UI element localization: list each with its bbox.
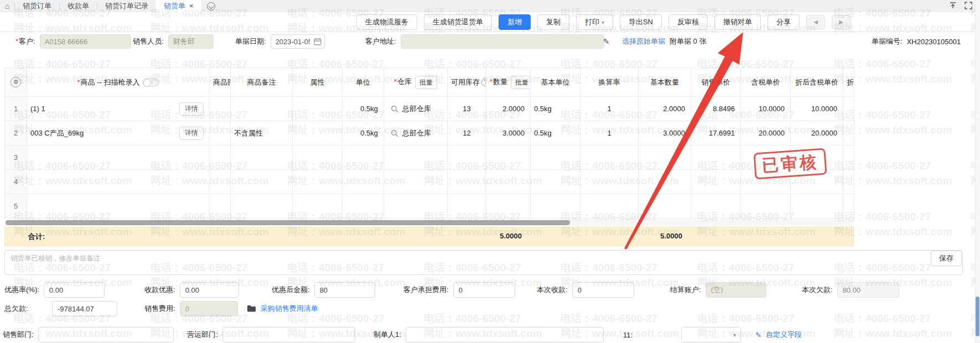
search-icon[interactable]	[391, 105, 398, 113]
customer-label: *客户:	[15, 37, 35, 46]
customer-address-input[interactable]	[401, 34, 604, 49]
doc-no-group: 单据编号: XH20230105001	[872, 32, 961, 51]
doc-remark-textarea[interactable]	[4, 250, 963, 275]
folder-icon[interactable]	[247, 305, 256, 313]
col-product-image: 商品图片	[210, 68, 231, 97]
row-number: 2	[5, 121, 27, 145]
edit-pencil-icon[interactable]: ✎	[603, 37, 610, 46]
salesperson-input[interactable]	[168, 34, 214, 49]
close-tab-icon[interactable]: ×	[189, 0, 194, 12]
share-button[interactable]: 分享	[768, 14, 800, 30]
export-sn-button[interactable]: 导出SN	[620, 14, 662, 30]
doc-maker-input[interactable]	[406, 327, 604, 342]
custom-fields-pencil-icon[interactable]: ✎	[755, 331, 761, 339]
total-debt-label: 总欠款:	[4, 304, 48, 314]
tab-sales-order[interactable]: 销货订单	[15, 0, 59, 12]
doc-header-form: *客户: 销售人员: 单据日期: 客户地址: ✎ 选择原始单据	[0, 32, 980, 51]
base-unit-cell: 0.5kg	[531, 121, 580, 145]
settlement-account-group: 结算账户:	[670, 280, 766, 299]
sales-dept-group: 销售部门:	[3, 325, 174, 343]
col-unit: 单位	[343, 68, 384, 97]
select-original-doc-link[interactable]: 选择原始单据	[622, 37, 665, 46]
calendar-icon[interactable]	[314, 38, 322, 45]
quantity-batch-button[interactable]: 批量	[511, 76, 530, 89]
sales-fee-group: 销售费用: 采购销售费用清单	[144, 299, 318, 318]
col-warehouse: *仓库批量	[384, 68, 448, 97]
customer-input[interactable]	[40, 34, 131, 49]
sales-fee-label: 销售费用:	[144, 304, 175, 314]
next-doc-button[interactable]: ▶	[832, 15, 851, 29]
col-base-quantity: 基本数量	[639, 68, 691, 97]
doc-maker-group: 制单人1:	[374, 325, 604, 343]
attribute-cell	[293, 97, 343, 121]
col-sale-price: 销售单价	[691, 68, 741, 97]
print-button[interactable]: 打印▾	[576, 14, 613, 30]
tab-receipt[interactable]: 收款单	[60, 0, 97, 12]
save-button[interactable]: 保存	[931, 251, 962, 266]
cancel-reconcile-button[interactable]: 撤销对单	[714, 14, 761, 30]
unit-cell: 0.5kg	[343, 97, 384, 121]
doc-date-field-group: 单据日期:	[235, 32, 325, 51]
prev-doc-button[interactable]: ◀	[806, 15, 825, 29]
receipt-discount-label: 收款优惠:	[144, 285, 175, 295]
vertical-scrollbar-thumb[interactable]	[976, 297, 979, 336]
sales-fee-input[interactable]	[180, 301, 238, 316]
tab-history-icon[interactable]	[207, 2, 215, 11]
sales-dept-label: 销售部门:	[3, 330, 34, 340]
amount-after-discount-input[interactable]	[314, 282, 375, 298]
tab-sales-invoice-active[interactable]: 销货单 ×	[156, 0, 201, 12]
discount-rate-input[interactable]	[44, 282, 105, 298]
home-icon[interactable]: ⌂	[0, 2, 14, 11]
col-product: *商品 -- 扫描枪录入	[27, 68, 210, 97]
reverse-audit-button[interactable]: 反审核	[668, 14, 708, 30]
amount-after-discount-label: 优惠后金额:	[272, 285, 310, 295]
warehouse-batch-button[interactable]: 批量	[415, 76, 437, 89]
copy-button[interactable]: 复制	[537, 14, 569, 30]
customer-address-label: 客户地址:	[365, 37, 396, 46]
operation-dept-input[interactable]	[222, 327, 355, 342]
purchase-sales-fee-list-link[interactable]: 采购销售费用清单	[261, 304, 318, 314]
tab-sales-order-record[interactable]: 销货订单记录	[97, 0, 156, 12]
total-debt-input[interactable]	[52, 301, 117, 316]
tax-price-cell: 20.0000	[741, 121, 791, 145]
collapse-top-icon[interactable]	[949, 2, 957, 9]
detail-button[interactable]: 详情	[179, 127, 204, 140]
unit-cell: 0.5kg	[343, 121, 384, 145]
quantity-cell: 2.0000	[486, 97, 531, 121]
settlement-account-input[interactable]	[706, 282, 766, 298]
discount-rate-label: 优惠率(%):	[4, 285, 39, 295]
detail-button[interactable]: 详情	[179, 102, 204, 116]
customer-borne-fee-input[interactable]	[453, 282, 515, 298]
current-debt-input[interactable]	[837, 282, 899, 298]
field-11-label: 11:	[623, 331, 632, 339]
fullscreen-icon[interactable]	[965, 2, 972, 9]
edit-address-group: ✎	[603, 32, 610, 51]
col-conversion-rate: 换算率	[580, 68, 639, 97]
base-unit-cell: 0.5kg	[531, 97, 580, 121]
column-settings-gear-icon[interactable]: ⚙	[11, 77, 21, 87]
search-icon[interactable]	[391, 129, 398, 137]
col-quantity: *数量批量	[486, 68, 531, 97]
sales-dept-input[interactable]	[38, 327, 174, 342]
original-doc-group: 选择原始单据 附单据 0 张	[622, 32, 706, 51]
custom-fields-link[interactable]: 自定义字段	[766, 330, 802, 340]
vertical-scrollbar	[975, 0, 980, 343]
field-11-select[interactable]: ▾	[681, 327, 741, 342]
generate-sales-return-button[interactable]: 生成销货退货单	[424, 14, 492, 30]
quantity-cell: 3.0000	[486, 121, 531, 145]
stock-help-icon[interactable]: ?	[481, 78, 486, 86]
attribute-cell	[293, 121, 343, 145]
disc-price-cell: 10.0000	[791, 97, 843, 121]
barcode-scan-toggle[interactable]	[142, 78, 159, 87]
col-attribute: 属性	[293, 68, 343, 97]
receipt-discount-input[interactable]	[180, 282, 239, 298]
current-receipt-label: 本次收款:	[537, 285, 568, 295]
horizontal-scrollbar	[4, 220, 854, 226]
current-receipt-input[interactable]	[572, 282, 634, 298]
horizontal-scrollbar-thumb[interactable]	[6, 220, 570, 225]
salesperson-label: 销售人员:	[133, 37, 164, 46]
generate-logistics-button[interactable]: 生成物流服务	[356, 14, 417, 30]
add-new-button[interactable]: 新增	[499, 14, 531, 30]
table-row: 1 (1) 1详情 0.5kg 总部仓库 13 2.0000 0.5kg 1 2…	[5, 97, 854, 121]
disc-price-cell: 20.0000	[791, 121, 843, 145]
